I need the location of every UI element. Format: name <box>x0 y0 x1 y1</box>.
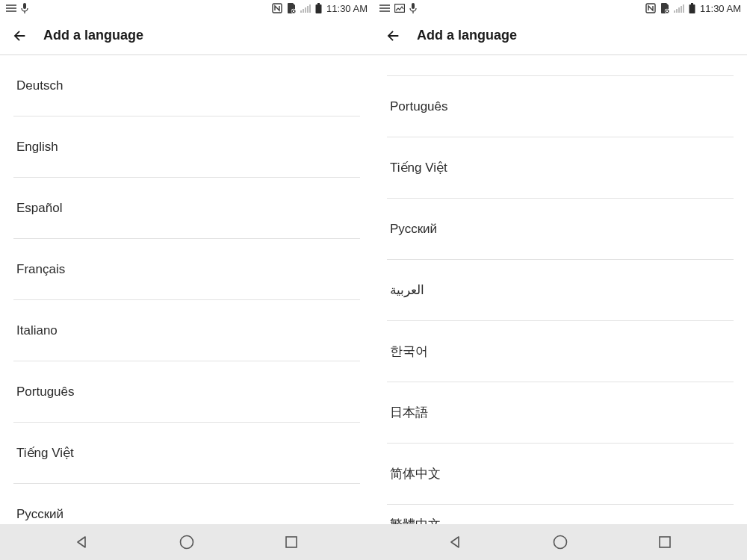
svg-rect-21 <box>681 6 682 13</box>
language-list[interactable]: Português Tiếng Việt Русский العربية 한국어… <box>374 55 747 524</box>
svg-point-25 <box>554 536 567 549</box>
svg-rect-19 <box>676 9 678 13</box>
square-recents-icon <box>658 535 672 549</box>
language-item[interactable]: 简体中文 <box>387 444 734 505</box>
hamburger-icon <box>6 4 16 12</box>
language-label: English <box>16 140 58 155</box>
svg-rect-12 <box>286 537 297 547</box>
language-label: 繁體中文 <box>390 516 441 524</box>
signal-icon <box>300 4 311 13</box>
language-item[interactable]: العربية <box>387 260 734 321</box>
svg-rect-8 <box>309 4 311 13</box>
circle-home-icon <box>179 534 195 550</box>
image-icon <box>394 4 405 13</box>
circle-home-icon <box>552 534 568 550</box>
svg-rect-10 <box>316 4 322 13</box>
nfc-icon <box>272 3 282 13</box>
svg-rect-24 <box>689 4 695 13</box>
svg-rect-4 <box>300 10 302 13</box>
language-label: Tiếng Việt <box>16 445 74 461</box>
battery-icon <box>689 3 695 13</box>
arrow-back-icon <box>385 28 401 44</box>
square-recents-icon <box>285 535 298 549</box>
language-label: Português <box>390 99 448 114</box>
triangle-back-icon <box>448 535 463 550</box>
svg-rect-7 <box>307 6 309 13</box>
page-title: Add a language <box>417 28 517 43</box>
mic-icon <box>21 3 28 13</box>
language-label: Español <box>16 201 62 216</box>
svg-point-11 <box>181 536 193 549</box>
nfc-icon <box>645 3 656 13</box>
language-item[interactable]: Tiếng Việt <box>387 137 734 199</box>
language-item[interactable]: Deutsch <box>13 55 360 116</box>
language-label: Русский <box>16 507 63 522</box>
status-bar: 11:30 AM <box>0 0 374 16</box>
language-item[interactable]: 한국어 <box>387 321 734 382</box>
navigation-bar <box>0 524 374 560</box>
navigation-bar <box>374 524 747 560</box>
language-label: Deutsch <box>16 78 63 93</box>
status-time: 11:30 AM <box>700 3 741 14</box>
sim-error-icon <box>287 3 296 13</box>
nav-back-button[interactable] <box>433 527 478 557</box>
language-item-partial[interactable]: 繁體中文 <box>387 505 734 524</box>
svg-rect-22 <box>683 4 684 13</box>
status-time: 11:30 AM <box>326 3 368 14</box>
phone-screen-left: 11:30 AM Add a language Deutsch English … <box>0 0 374 560</box>
battery-icon <box>315 3 322 13</box>
language-label: Русский <box>390 222 437 237</box>
phone-screen-right: 11:30 AM Add a language Português Tiếng … <box>374 0 747 560</box>
language-label: Tiếng Việt <box>390 160 447 175</box>
language-item[interactable]: Italiano <box>13 300 360 361</box>
svg-rect-0 <box>23 3 26 9</box>
nav-back-button[interactable] <box>60 527 105 557</box>
hamburger-icon <box>379 4 390 12</box>
status-bar: 11:30 AM <box>374 0 747 16</box>
page-title: Add a language <box>43 28 143 43</box>
language-list[interactable]: Deutsch English Español Français Italian… <box>0 55 374 524</box>
back-button[interactable] <box>10 27 28 45</box>
language-item-partial[interactable] <box>387 55 734 76</box>
language-label: 简体中文 <box>390 465 441 482</box>
language-label: Português <box>16 385 75 399</box>
language-item[interactable]: English <box>13 116 360 178</box>
app-bar: Add a language <box>0 16 374 55</box>
triangle-back-icon <box>75 535 90 550</box>
svg-rect-26 <box>660 537 670 547</box>
language-label: Italiano <box>16 323 58 338</box>
language-item[interactable]: Français <box>13 239 360 300</box>
back-button[interactable] <box>384 27 402 45</box>
nav-home-button[interactable] <box>164 527 209 557</box>
sim-error-icon <box>660 3 669 13</box>
language-label: العربية <box>390 282 424 298</box>
language-item[interactable]: 日本語 <box>387 382 734 444</box>
svg-rect-6 <box>305 7 306 13</box>
svg-rect-20 <box>678 7 680 13</box>
svg-rect-14 <box>412 3 415 9</box>
language-label: 한국어 <box>390 343 428 360</box>
arrow-back-icon <box>11 28 28 44</box>
language-item[interactable]: Русский <box>387 199 734 260</box>
svg-rect-23 <box>691 3 693 4</box>
language-label: 日本語 <box>390 404 428 421</box>
svg-rect-18 <box>674 10 675 13</box>
app-bar: Add a language <box>374 16 747 55</box>
mic-icon <box>409 3 417 13</box>
nav-recents-button[interactable] <box>642 527 687 557</box>
language-item[interactable]: Русский <box>13 484 360 524</box>
language-item[interactable]: Español <box>13 178 360 239</box>
svg-rect-9 <box>317 3 320 4</box>
language-item[interactable]: Português <box>13 361 360 423</box>
language-label: Français <box>16 262 65 277</box>
nav-home-button[interactable] <box>538 527 583 557</box>
svg-rect-5 <box>303 9 304 13</box>
language-item[interactable]: Português <box>387 76 734 137</box>
signal-icon <box>674 4 684 13</box>
language-item[interactable]: Tiếng Việt <box>13 423 360 484</box>
nav-recents-button[interactable] <box>269 527 314 557</box>
